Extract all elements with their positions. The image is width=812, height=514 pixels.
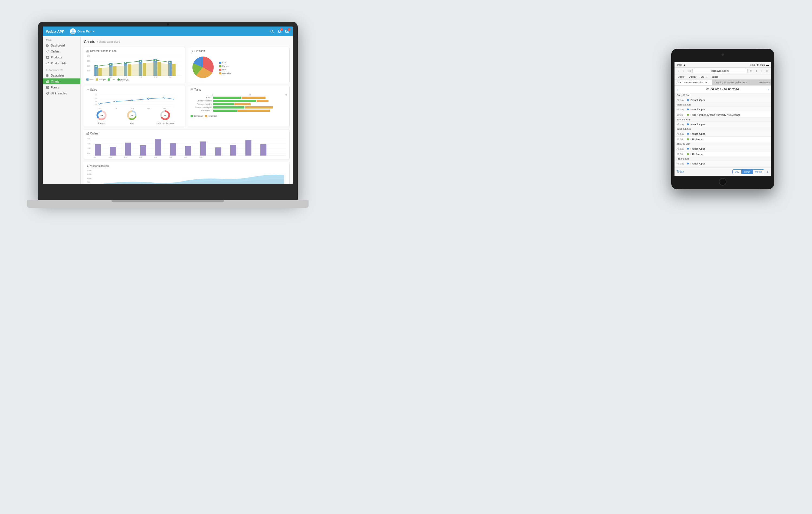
user-chevron: ▾ [93, 30, 95, 33]
svg-text:300: 300 [87, 143, 90, 145]
ipad-camera [722, 54, 724, 56]
event-dot [687, 162, 689, 164]
event-dot [687, 114, 689, 116]
browser-bookmarks-button[interactable]: 📖 [687, 69, 691, 73]
today-button[interactable]: Today [677, 170, 684, 173]
event-dot [687, 123, 689, 125]
sidebar-item-forms[interactable]: Forms [43, 84, 80, 90]
battery-level: 01% [760, 64, 765, 66]
sidebar-item-product-edit[interactable]: Product Edit [43, 60, 80, 66]
svg-point-1 [271, 30, 273, 32]
svg-text:45: 45 [164, 115, 167, 117]
event-dot [687, 109, 689, 110]
sidebar-item-datatables[interactable]: Datatables [43, 72, 80, 79]
sidebar-label-ui-examples: UI Examples [51, 92, 67, 95]
visitor-chart-card: Visitor statistics 3000 1500 1000 500 [84, 162, 290, 184]
app-user[interactable]: Oliver Parr ▾ [70, 28, 95, 34]
event-dot [687, 138, 689, 140]
bookmark-disney[interactable]: Disney [687, 75, 699, 79]
page-title: Charts [84, 39, 95, 44]
browser-new-tab-button[interactable]: + [759, 69, 764, 73]
cal-event-1-1: 10:00 HSH Nordbank Arena (formerly AOL A… [674, 112, 771, 118]
sidebar-item-charts[interactable]: Charts [43, 79, 80, 84]
cal-event-4-0: All day French Open [674, 146, 771, 151]
browser-reload-button[interactable]: ↻ [749, 69, 753, 73]
view-week-button[interactable]: Week [742, 169, 753, 174]
svg-rect-101 [110, 147, 116, 156]
pie-legend: Asia Europe USA Australia [219, 61, 231, 74]
ipad-browser-bar: ‹ › 📖 docs.webix.com ↻ ⬆ + ⊞ [674, 68, 771, 74]
cal-range: 01.06.2014 - 07.06.2014 [706, 88, 739, 91]
sidebar-label-product-edit: Product Edit [51, 62, 66, 65]
event-dot [687, 99, 689, 101]
user-name: Oliver Parr [78, 30, 92, 33]
svg-text:100: 100 [87, 153, 90, 154]
svg-text:1.2: 1.2 [139, 76, 142, 79]
cal-day-wed04: Wed, 04 Jun [674, 127, 771, 131]
svg-rect-17 [47, 86, 49, 88]
svg-text:10k: 10k [109, 156, 112, 158]
ipad-device: iPad ▲ 4:50 PM 01% ▬ ‹ › 📖 docs.webix.co… [671, 49, 774, 189]
svg-text:100: 100 [87, 70, 90, 72]
svg-rect-89 [87, 133, 88, 135]
sidebar-label-charts: Charts [51, 80, 59, 83]
page-header: Charts / charts examples / [84, 39, 290, 44]
svg-text:25: 25 [131, 115, 134, 117]
svg-text:1000: 1000 [87, 178, 91, 179]
view-month-button[interactable]: Month [753, 169, 764, 174]
tab-label-docs: Creating Scheduler Webix Docs [715, 81, 747, 84]
sidebar-item-dashboard[interactable]: Dashboard [43, 42, 80, 49]
svg-rect-102 [125, 143, 131, 156]
bell-icon[interactable]: 1 [277, 29, 282, 34]
pie-chart-svg [191, 55, 215, 80]
sidebar-item-products[interactable]: Products [43, 54, 80, 60]
svg-rect-86 [191, 89, 193, 91]
sidebar-item-orders[interactable]: Orders [43, 49, 80, 54]
browser-tabs-button[interactable]: ⊞ [765, 69, 769, 73]
search-icon[interactable] [269, 29, 274, 34]
orders-chart-title: Orders [86, 132, 287, 135]
cal-event-1-0: All day French Open [674, 107, 771, 112]
message-icon[interactable]: 1 [285, 29, 290, 34]
svg-text:Sales per year: Sales per year [117, 80, 130, 82]
svg-point-20 [47, 92, 49, 94]
svg-point-71 [115, 101, 116, 102]
svg-text:3000: 3000 [87, 170, 91, 172]
tab-webix-docs[interactable]: Creating Scheduler Webix Docs [713, 80, 750, 85]
ipad-home-button[interactable] [719, 178, 726, 186]
sidebar-item-ui-examples[interactable]: UI Examples [43, 90, 80, 96]
svg-text:500: 500 [87, 181, 90, 183]
svg-rect-9 [47, 56, 49, 58]
svg-text:25k: 25k [154, 156, 157, 158]
svg-rect-44 [172, 64, 176, 76]
cal-prev-button[interactable]: ‹ [677, 87, 678, 91]
bookmark-apple[interactable]: Apple [676, 75, 687, 79]
browser-back-button[interactable]: ‹ [676, 69, 680, 73]
svg-rect-16 [49, 80, 49, 83]
event-dot [687, 133, 689, 135]
add-event-button[interactable]: + [766, 170, 769, 174]
svg-rect-90 [88, 132, 89, 135]
browser-share-button[interactable]: ⬆ [754, 69, 758, 73]
view-day-button[interactable]: Day [732, 169, 742, 174]
svg-rect-111 [260, 144, 266, 156]
laptop-frame: Webix APP Oliver Parr ▾ [38, 22, 298, 200]
svg-point-0 [72, 29, 74, 32]
tasks-chart-card: Tasks 0 25 45 [188, 86, 290, 127]
cal-event-0-0: All day French Open [674, 97, 771, 103]
svg-rect-5 [46, 44, 47, 45]
bookmark-espn[interactable]: ESPN [699, 75, 710, 79]
svg-text:0.8: 0.8 [95, 76, 98, 79]
browser-forward-button[interactable]: › [682, 69, 686, 73]
url-bar[interactable]: docs.webix.com [692, 69, 748, 73]
svg-rect-105 [170, 143, 176, 156]
sidebar-components-label: ▾ Components [43, 66, 80, 72]
time-display: 4:50 PM [750, 64, 759, 66]
app-body: Main Dashboard Orders Products [43, 36, 293, 184]
tab-webix-demos[interactable]: Over Than 100 Interactive Demos of F... [674, 80, 713, 85]
cal-day-thu05: Thu, 05 Jun [674, 142, 771, 146]
svg-text:1.1: 1.1 [124, 76, 127, 79]
cal-next-button[interactable]: › [767, 87, 769, 91]
app-main: Charts / charts examples / Different cha… [81, 36, 293, 184]
bookmark-yahoo[interactable]: Yahoo [709, 75, 721, 79]
